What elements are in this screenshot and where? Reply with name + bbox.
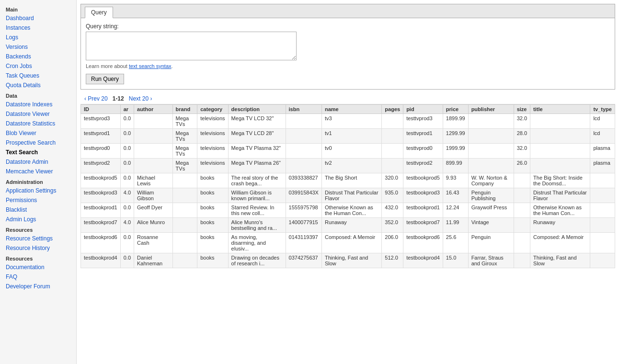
sidebar-item-dashboard[interactable]: Dashboard (0, 13, 76, 23)
cell-publisher: Vintage (468, 218, 514, 233)
table-row: testbookprod40.0Daniel KahnemanbooksDraw… (81, 253, 615, 268)
cell-name: tv1 (321, 129, 381, 144)
cell-pid: testbookprod6 (403, 233, 443, 253)
cell-description: Drawing on decades of research i... (228, 253, 286, 268)
sidebar-item-cron-jobs[interactable]: Cron Jobs (0, 61, 76, 71)
sidebar-item-logs[interactable]: Logs (0, 33, 76, 42)
table-row: testbookprod60.0Rosanne CashbooksAs movi… (81, 233, 615, 253)
cell-tv_type: plasma (590, 144, 615, 159)
cell-id: testbookprod4 (81, 253, 121, 268)
results-table: IDarauthorbrandcategorydescriptionisbnna… (80, 104, 615, 268)
cell-name: Distrust That Particular Flavor (321, 188, 381, 203)
sidebar-item-datastore-statistics[interactable]: Datastore Statistics (0, 119, 76, 128)
sidebar-item-datastore-indexes[interactable]: Datastore Indexes (0, 100, 76, 109)
table-row: testtvprod30.0Mega TVstelevisionsMega TV… (81, 114, 615, 129)
sidebar-item-prospective-search[interactable]: Prospective Search (0, 138, 76, 148)
cell-price: 1299.99 (443, 129, 468, 144)
cell-brand (172, 188, 197, 203)
cell-pages: 352.0 (382, 218, 403, 233)
sidebar-item-memcache-viewer[interactable]: Memcache Viewer (0, 167, 76, 176)
cell-size: 26.0 (514, 159, 530, 173)
cell-pages: 206.0 (382, 233, 403, 253)
sidebar-item-quota-details[interactable]: Quota Details (0, 80, 76, 90)
cell-title (530, 114, 590, 129)
cell-tv_type (590, 203, 615, 218)
cell-publisher: Graywolf Press (468, 203, 514, 218)
query-textarea[interactable] (86, 32, 297, 60)
cell-id: testbookprod5 (81, 173, 121, 188)
cell-publisher (468, 144, 514, 159)
col-header-id: ID (81, 105, 121, 114)
cell-author (134, 144, 173, 159)
sidebar-item-versions[interactable]: Versions (0, 42, 76, 52)
sidebar-item-task-queues[interactable]: Task Queues (0, 71, 76, 80)
col-header-pid: pid (403, 105, 443, 114)
sidebar-item-admin-logs[interactable]: Admin Logs (0, 215, 76, 224)
next-page-link[interactable]: Next 20 › (129, 95, 152, 102)
cell-price: 1899.99 (443, 114, 468, 129)
cell-tv_type: plasma (590, 159, 615, 173)
sidebar-item-blob-viewer[interactable]: Blob Viewer (0, 128, 76, 138)
cell-id: testtvprod2 (81, 159, 121, 173)
cell-isbn: 0143119397 (286, 233, 321, 253)
cell-name: tv3 (321, 114, 381, 129)
cell-brand: Mega TVs (172, 159, 197, 173)
cell-author: Daniel Kahneman (134, 253, 173, 268)
table-row: testbookprod50.0Michael LewisbooksThe re… (81, 173, 615, 188)
prev-page-link[interactable]: ‹ Prev 20 (84, 95, 108, 102)
cell-ar: 0.0 (120, 233, 134, 253)
cell-id: testtvprod0 (81, 144, 121, 159)
sidebar-item-documentation[interactable]: Documentation (0, 262, 76, 272)
cell-category: books (197, 188, 228, 203)
col-header-category: category (197, 105, 228, 114)
cell-price: 25.6 (443, 233, 468, 253)
cell-author: Alice Munro (134, 218, 173, 233)
sidebar-section-1: Data (0, 90, 76, 100)
sidebar-item-backends[interactable]: Backends (0, 52, 76, 61)
cell-category: books (197, 203, 228, 218)
cell-isbn (286, 159, 321, 173)
sidebar-item-permissions[interactable]: Permissions (0, 195, 76, 205)
sidebar-item-instances[interactable]: Instances (0, 23, 76, 33)
cell-description: Mega TV LCD 32" (228, 114, 286, 129)
cell-category: books (197, 233, 228, 253)
table-row: testtvprod10.0Mega TVstelevisionsMega TV… (81, 129, 615, 144)
sidebar-item-developer-forum[interactable]: Developer Forum (0, 282, 76, 291)
sidebar-item-resource-settings[interactable]: Resource Settings (0, 234, 76, 243)
cell-id: testbookprod3 (81, 188, 121, 203)
cell-pages (382, 144, 403, 159)
cell-ar: 0.0 (120, 114, 134, 129)
cell-pages (382, 114, 403, 129)
cell-category: televisions (197, 129, 228, 144)
sidebar: MainDashboardInstancesLogsVersionsBacken… (0, 0, 77, 364)
cell-pid: testbookprod4 (403, 253, 443, 268)
cell-title: Runaway (530, 218, 590, 233)
sidebar-item-text-search[interactable]: Text Search (0, 148, 76, 157)
sidebar-item-application-settings[interactable]: Application Settings (0, 186, 76, 195)
cell-publisher (468, 159, 514, 173)
query-string-label: Query string: (86, 23, 610, 30)
sidebar-item-blacklist[interactable]: Blacklist (0, 205, 76, 215)
cell-id: testbookprod7 (81, 218, 121, 233)
cell-size (514, 233, 530, 253)
col-header-isbn: isbn (286, 105, 321, 114)
sidebar-item-faq[interactable]: FAQ (0, 272, 76, 282)
text-search-syntax-link[interactable]: text search syntax (129, 63, 172, 69)
cell-isbn: 0374275637 (286, 253, 321, 268)
cell-category: books (197, 218, 228, 233)
run-query-button[interactable]: Run Query (86, 74, 124, 84)
cell-publisher: W. W. Norton & Company (468, 173, 514, 188)
cell-pages (382, 129, 403, 144)
cell-tv_type: lcd (590, 129, 615, 144)
col-header-pages: pages (382, 105, 403, 114)
sidebar-item-datastore-viewer[interactable]: Datastore Viewer (0, 109, 76, 119)
query-tab[interactable]: Query (85, 7, 113, 18)
cell-category: televisions (197, 114, 228, 129)
sidebar-item-datastore-admin[interactable]: Datastore Admin (0, 157, 76, 167)
cell-title: The Big Short: Inside the Doomsd... (530, 173, 590, 188)
cell-price: 9.93 (443, 173, 468, 188)
cell-pid: testbookprod7 (403, 218, 443, 233)
cell-brand: Mega TVs (172, 144, 197, 159)
sidebar-item-resource-history[interactable]: Resource History (0, 243, 76, 253)
cell-isbn (286, 144, 321, 159)
